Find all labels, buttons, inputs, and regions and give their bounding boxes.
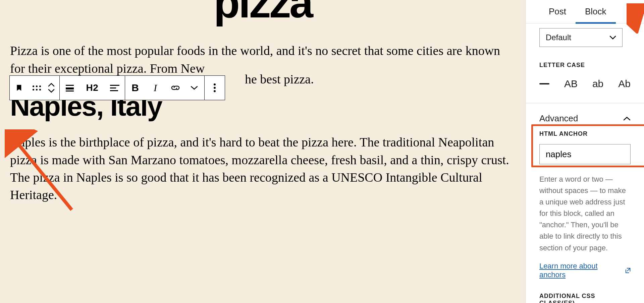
learn-more-text: Learn more about anchors	[539, 262, 623, 279]
anchor-help-text: Enter a word or two — without spaces — t…	[539, 174, 631, 254]
advanced-title: Advanced	[539, 113, 578, 124]
lettercase-options: AB ab Ab	[539, 78, 631, 89]
lettercase-lower[interactable]: ab	[592, 78, 603, 89]
chevron-down-icon	[609, 36, 616, 40]
external-link-icon	[625, 267, 631, 274]
post-title[interactable]: pizza	[10, 0, 516, 22]
svg-point-7	[214, 87, 216, 89]
css-classes-label: ADDITIONAL CSS CLASS(ES)	[539, 293, 631, 303]
svg-rect-4	[110, 87, 116, 88]
text-align-button[interactable]	[105, 76, 125, 100]
svg-rect-0	[66, 85, 74, 86]
paragraph-fragment: he best pizza.	[245, 72, 314, 86]
lettercase-upper[interactable]: AB	[564, 78, 578, 89]
svg-point-6	[214, 83, 216, 85]
settings-sidebar: Post Block Default LETTER CASE AB	[526, 0, 644, 303]
html-anchor-label: HTML ANCHOR	[539, 130, 631, 137]
link-button[interactable]	[165, 76, 185, 100]
block-toolbar: H2 B I	[9, 75, 225, 100]
section-divider	[526, 103, 644, 103]
html-anchor-input[interactable]	[539, 144, 631, 164]
italic-button[interactable]: I	[145, 76, 165, 100]
align-button[interactable]	[60, 76, 80, 100]
more-rich-text-button[interactable]	[184, 76, 204, 100]
svg-point-8	[214, 90, 216, 92]
svg-rect-5	[110, 90, 118, 91]
chevron-up-icon	[623, 116, 631, 121]
lettercase-label: LETTER CASE	[539, 62, 631, 69]
svg-rect-2	[66, 90, 74, 92]
svg-line-9	[13, 138, 72, 210]
drag-handle-icon[interactable]	[30, 76, 43, 100]
svg-line-10	[635, 9, 644, 29]
lettercase-none[interactable]	[539, 83, 549, 84]
block-type-icon[interactable]	[10, 76, 30, 100]
tab-post[interactable]: Post	[539, 0, 576, 23]
style-select[interactable]: Default	[539, 28, 623, 47]
advanced-panel-toggle[interactable]: Advanced	[539, 113, 631, 124]
editor-canvas[interactable]: pizza Pizza is one of the most popular f…	[0, 0, 526, 303]
heading-level-button[interactable]: H2	[80, 76, 105, 100]
block-mover[interactable]	[43, 76, 59, 100]
sidebar-tabs: Post Block	[526, 0, 644, 23]
options-button[interactable]	[205, 76, 225, 100]
chevron-up-icon	[48, 83, 55, 87]
annotation-arrow-1	[5, 129, 82, 217]
svg-rect-3	[110, 85, 119, 86]
html-anchor-section: HTML ANCHOR	[539, 130, 631, 164]
bold-button[interactable]: B	[125, 76, 145, 100]
heading-level-label: H2	[86, 82, 99, 93]
paragraph-text: Pizza is one of the most popular foods i…	[10, 44, 500, 75]
learn-more-link[interactable]: Learn more about anchors	[539, 262, 631, 279]
lettercase-cap[interactable]: Ab	[618, 78, 631, 89]
chevron-down-icon	[48, 89, 55, 93]
tab-block[interactable]: Block	[576, 0, 616, 23]
style-select-value: Default	[546, 33, 571, 42]
svg-rect-1	[66, 87, 74, 89]
annotation-arrow-2	[627, 3, 644, 34]
paragraph-block-2[interactable]: Naples is the birthplace of pizza, and i…	[10, 133, 516, 204]
